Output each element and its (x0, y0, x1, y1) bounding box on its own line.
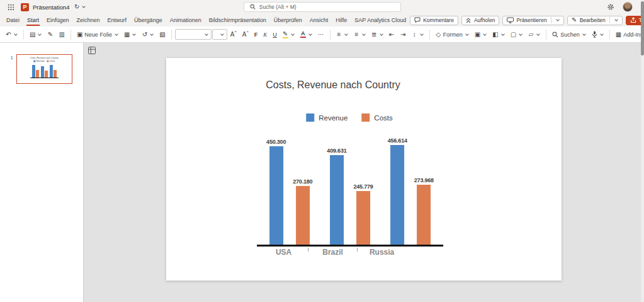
shape-effects-button[interactable]: ▱ (526, 28, 543, 41)
paste-button[interactable]: ▤ (27, 28, 44, 41)
section-button[interactable]: ▧ (157, 28, 167, 41)
value-label: 270.180 (293, 178, 312, 185)
menu-item--berg-nge[interactable]: Übergänge (130, 14, 166, 26)
search-input[interactable] (259, 4, 395, 10)
chevron-down-icon (133, 32, 137, 36)
powerpoint-icon[interactable]: P (21, 3, 29, 11)
menu-item-start[interactable]: Start (23, 14, 43, 26)
reset-slide-button[interactable]: ↺ (139, 28, 156, 41)
plot-area (30, 65, 59, 78)
costs-bar-russia[interactable] (417, 185, 431, 245)
panel-toggle-button[interactable] (88, 46, 96, 55)
bar-column (45, 71, 48, 78)
catch-up-button[interactable]: Aufholen (461, 16, 500, 25)
menu-item-ansicht[interactable]: Ansicht (306, 14, 332, 26)
revenue-bar-brazil[interactable] (330, 155, 344, 245)
outdent-button[interactable]: ⇤ (387, 28, 397, 41)
shape-outline-button[interactable]: ▢ (508, 28, 525, 41)
category-label-usa: USA (266, 248, 301, 257)
bar-group-usa (32, 65, 39, 78)
menu-item-datei[interactable]: Datei (3, 14, 23, 26)
legend-label: Costs (374, 114, 392, 122)
addins-button[interactable]: ▦Add-Ins (613, 28, 644, 41)
present-button[interactable]: Präsentieren (502, 16, 563, 25)
italic-button[interactable]: K (261, 28, 269, 41)
grow-font-icon: Aˆ (230, 32, 237, 38)
menu-item-hilfe[interactable]: Hilfe (332, 14, 351, 26)
category-label-russia: Russia (364, 248, 399, 257)
revenue-bar-russia[interactable] (390, 145, 404, 245)
numbering-icon: ≡ (354, 32, 359, 38)
bar-column: 409.631 (327, 148, 346, 245)
chart-title[interactable]: Costs, Revenue nach Country (266, 79, 400, 91)
menu-item-entwurf[interactable]: Entwurf (104, 14, 131, 26)
shrink-font-button[interactable]: Aˇ (240, 28, 251, 41)
line-spacing-button[interactable]: ↕ (409, 28, 426, 41)
menu-item-sap-analytics-cloud[interactable]: SAP Analytics Cloud (351, 14, 410, 26)
bar-group-usa: 450.300270.180 (266, 139, 312, 245)
chart-legend[interactable]: RevenueCosts (306, 113, 392, 122)
comments-button[interactable]: Kommentare (410, 16, 458, 25)
font-color-button[interactable]: A (298, 28, 315, 41)
chevron-down-icon (380, 32, 383, 36)
edit-mode-button[interactable]: ✎Bearbeiten (567, 16, 623, 25)
align-icon: ≣ (371, 32, 377, 38)
font-name-select[interactable] (175, 29, 212, 40)
search-bar[interactable] (244, 2, 401, 12)
value-label: 245.779 (354, 183, 373, 190)
avatar[interactable] (623, 2, 633, 12)
format-painter-button[interactable]: ✎ (45, 28, 55, 41)
document-title[interactable]: Präsentation4 (33, 4, 70, 11)
legend-swatch (306, 113, 314, 122)
chevron-down-icon (150, 32, 154, 36)
shape-outline-icon: ▢ (511, 32, 516, 38)
new-slide-button[interactable]: ▣Neue Folie (74, 28, 121, 41)
save-status-button[interactable]: ↻ (74, 4, 86, 10)
highlight-button[interactable]: ✎ (280, 28, 297, 41)
bold-button[interactable]: F (252, 28, 261, 41)
settings-button[interactable] (606, 2, 616, 12)
menu-item--berpr-fen[interactable]: Überprüfen (270, 14, 306, 26)
shape-fill-button[interactable]: ◧ (490, 28, 507, 41)
menu-item-bildschirmpr-sentation[interactable]: Bildschirmpräsentation (205, 14, 270, 26)
clipboard-button[interactable]: ▥ (56, 28, 67, 41)
undo-button[interactable]: ↶ (3, 28, 20, 41)
shape-fill-icon: ◧ (492, 32, 498, 38)
layout-button[interactable]: ▦ (121, 28, 138, 41)
legend-swatch (361, 113, 370, 122)
font-more-button[interactable]: ⋯ (315, 28, 327, 41)
find-button[interactable]: Suchen (550, 28, 589, 41)
ribbon-divider (330, 30, 330, 40)
costs-bar-brazil[interactable] (356, 191, 370, 245)
editor-canvas: Costs, Revenue nach Country RevenueCosts… (84, 43, 644, 302)
menu-item-zeichnen[interactable]: Zeichnen (73, 14, 104, 26)
chart-object[interactable]: 450.300270.180409.631245.779456.614273.9… (257, 137, 443, 257)
align-button[interactable]: ≣ (369, 28, 386, 41)
indent-button[interactable]: ⇥ (398, 28, 409, 41)
slide-thumbnail[interactable]: Costs, Revenue nach Country RevenueCosts (16, 54, 72, 84)
chevron-down-icon (614, 18, 618, 21)
menu-item-animationen[interactable]: Animationen (166, 14, 205, 26)
arrange-button[interactable]: ▣ (472, 28, 489, 41)
app-launcher-button[interactable] (6, 3, 16, 12)
ribbon-group: ▤✎▥ (27, 28, 67, 41)
underline-button[interactable]: U (270, 28, 280, 41)
menu-item-einf-gen[interactable]: Einfügen (43, 14, 73, 26)
button-label: Bearbeiten (580, 17, 606, 23)
chevron-down-icon (600, 32, 604, 36)
button-label: Präsentieren (516, 17, 546, 23)
button-label: K (263, 32, 267, 38)
font-size-select[interactable] (212, 29, 227, 40)
dictate-button[interactable] (589, 28, 606, 41)
ribbon-group: Suchen (550, 28, 606, 41)
slide-canvas[interactable]: Costs, Revenue nach Country RevenueCosts… (166, 58, 562, 281)
page-scrollbar-thumb[interactable] (641, 1, 644, 55)
costs-bar-usa[interactable] (296, 186, 310, 245)
shapes-button[interactable]: ◇Formen (433, 28, 472, 41)
revenue-bar-usa[interactable] (269, 146, 283, 245)
grow-font-button[interactable]: Aˆ (228, 28, 239, 41)
value-label: 409.631 (327, 148, 346, 154)
bullets-button[interactable]: ≡ (334, 28, 351, 41)
numbering-button[interactable]: ≡ (351, 28, 368, 41)
panel-toggle-icon (88, 47, 96, 54)
